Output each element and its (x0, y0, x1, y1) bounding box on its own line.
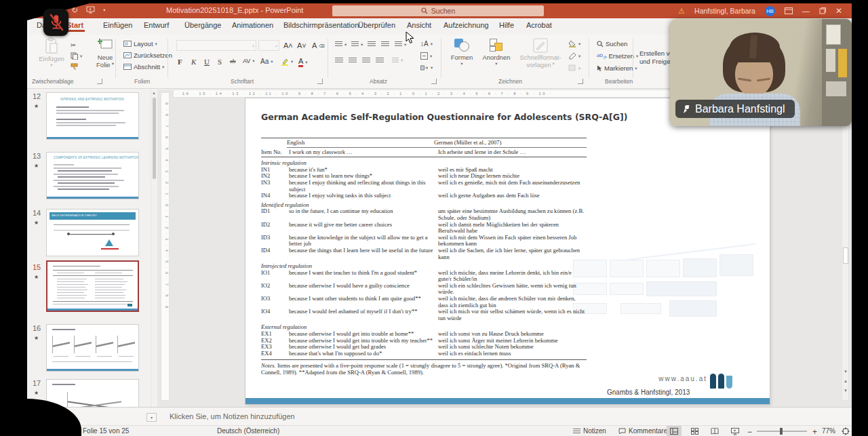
notes-placeholder[interactable]: Klicken Sie, um Notizen hinzuzufügen (170, 412, 295, 420)
thumbnail-slide-15-selected[interactable] (46, 260, 139, 312)
drawing-dialog-launcher[interactable] (578, 79, 583, 84)
normal-view-button[interactable] (667, 426, 682, 436)
increase-indent-icon[interactable] (381, 41, 389, 47)
tab-einfuegen[interactable]: Einfügen (103, 21, 132, 29)
clear-formatting-icon[interactable]: A⌫ (312, 41, 325, 49)
change-case-button[interactable]: Aa▾ (260, 58, 273, 65)
increase-font-icon[interactable]: A˄ (283, 41, 293, 49)
shapes-button[interactable]: Formen▾ (446, 37, 477, 77)
reading-view-button[interactable] (707, 426, 722, 436)
thumbnail-slide-12[interactable]: INTRINSIC AND EXTRINSIC MOTIVATION (46, 92, 139, 140)
align-right-icon[interactable] (362, 58, 370, 63)
font-name-combo[interactable]: ▾ (176, 40, 256, 51)
justify-icon[interactable] (376, 58, 384, 63)
italic-button[interactable]: K (191, 58, 196, 66)
start-presentation-icon[interactable] (86, 6, 95, 15)
text-direction-icon[interactable]: ↕A▾ (420, 40, 433, 47)
layout-button[interactable]: Layout▾ (123, 40, 157, 47)
section-button[interactable]: Abschnitt▾ (123, 63, 164, 71)
new-slide-button[interactable]: Neue Folie▾ (90, 37, 121, 77)
tab-ansicht[interactable]: Ansicht (407, 21, 431, 29)
restore-button[interactable] (819, 5, 826, 17)
columns-icon[interactable]: ▾ (392, 58, 403, 63)
slideshow-view-button[interactable] (728, 426, 743, 436)
tab-start[interactable]: Start (66, 21, 83, 29)
copy-icon[interactable]: ▾ (71, 52, 82, 60)
decrease-font-icon[interactable]: A˅ (297, 41, 307, 49)
align-left-icon[interactable] (335, 58, 343, 63)
reset-button[interactable]: Zurücksetzen (123, 52, 172, 59)
find-button[interactable]: Suchen (597, 40, 627, 47)
ribbon-display-options-icon[interactable] (785, 5, 793, 17)
font-dialog-launcher[interactable] (317, 79, 323, 84)
tab-hilfe[interactable]: Hilfe (499, 21, 514, 29)
strikethrough-button[interactable]: ab (230, 58, 236, 64)
format-painter-icon[interactable] (71, 63, 78, 71)
character-spacing-button[interactable]: AV▾ (243, 58, 255, 64)
slide-indicator[interactable]: Folie 15 von 25 (83, 427, 129, 435)
close-button[interactable]: ✕ (835, 6, 842, 16)
fit-to-window-button[interactable] (838, 426, 853, 436)
paste-button[interactable]: Einfügen▾ (37, 37, 66, 77)
qat-customize-icon[interactable]: ▾ (103, 7, 105, 13)
thumbnail-scrollbar[interactable]: ▲ (151, 90, 157, 407)
thumbnail-slide-13[interactable]: COMPONENTS OF EXTRINSIC LEARNING MOTIVAT… (46, 152, 139, 199)
paragraph-dialog-launcher[interactable] (431, 79, 437, 84)
zoom-slider-thumb[interactable] (780, 428, 783, 435)
select-button[interactable]: Markieren▾ (597, 64, 637, 72)
align-center-icon[interactable] (349, 58, 357, 63)
collapse-thumbnails-icon[interactable]: ▾ (146, 413, 157, 422)
slide-canvas[interactable]: German Academic Self-Regulation Question… (245, 98, 770, 404)
tab-ueberpruefen[interactable]: Überprüfen (358, 21, 395, 29)
line-spacing-icon[interactable]: ▾ (395, 41, 406, 47)
tab-acrobat[interactable]: Acrobat (526, 21, 552, 29)
minimize-button[interactable]: — (802, 7, 810, 15)
previous-slide-button[interactable]: ▲ (844, 379, 848, 383)
account-name[interactable]: Hanfstingl, Barbara (694, 7, 755, 15)
tab-aufzeichnung[interactable]: Aufzeichnung (443, 21, 489, 29)
shadow-button[interactable]: S (218, 58, 222, 66)
bullets-icon[interactable]: ▾ (335, 41, 347, 47)
tab-uebergaenge[interactable]: Übergänge (184, 21, 221, 29)
tab-bildschirmpraesentation[interactable]: Bildschirmpräsentation (283, 21, 359, 29)
quick-styles-button[interactable]: Schnellformat- vorlagen▾ (517, 37, 564, 77)
slide-sorter-view-button[interactable] (687, 426, 702, 436)
zoom-level[interactable]: 77% (822, 427, 835, 435)
table-row: ID2because it will give me better career… (261, 222, 587, 235)
numbering-icon[interactable]: ▾ (351, 41, 363, 47)
scrollbar-thumb[interactable] (843, 247, 848, 264)
thumbnail-slide-17[interactable] (46, 379, 139, 407)
decrease-indent-icon[interactable] (368, 41, 376, 47)
align-text-icon[interactable]: ▾ (420, 52, 432, 60)
shape-outline-icon[interactable]: ▾ (568, 52, 580, 60)
clipboard-dialog-launcher[interactable] (97, 79, 102, 84)
cut-icon[interactable]: ✂ (71, 41, 76, 49)
comments-toggle[interactable]: Kommentare (618, 427, 667, 435)
notes-toggle[interactable]: Notizen (573, 427, 606, 435)
highlight-color-button[interactable]: ▾ (281, 58, 293, 66)
language-indicator[interactable]: Deutsch (Österreich) (217, 427, 279, 435)
bold-button[interactable]: F (178, 58, 182, 66)
font-color-button[interactable]: A▾ (298, 57, 308, 67)
next-slide-button[interactable]: ▼ (844, 389, 848, 393)
notes-pane[interactable]: ▾ Klicken Sie, um Notizen hinzuzufügen (27, 407, 852, 425)
underline-button[interactable]: U (204, 58, 210, 66)
slide-scrollbar[interactable]: ▼ ▲ ▼ (842, 92, 849, 401)
webcam-overlay[interactable]: Barbara Hanfstingl (670, 19, 852, 126)
zoom-out-button[interactable]: − (747, 427, 752, 436)
scroll-down-icon[interactable]: ▼ (844, 370, 848, 374)
zoom-in-button[interactable]: + (812, 427, 817, 436)
search-box[interactable]: Suchen (332, 5, 544, 16)
font-size-combo[interactable]: ▾ (258, 40, 279, 51)
shape-effects-icon[interactable]: ▾ (568, 64, 580, 72)
arrange-button[interactable]: Anordnen▾ (479, 37, 514, 77)
slide-thumbnail-panel[interactable]: 12 ★ INTRINSIC AND EXTRINSIC MOTIVATION … (27, 90, 157, 407)
thumbnail-slide-14[interactable]: SELF-DETERMINATION THEORY (46, 209, 139, 256)
tab-entwurf[interactable]: Entwurf (144, 21, 169, 29)
convert-smartart-icon[interactable]: ▾ (420, 64, 433, 71)
thumbnail-slide-16[interactable] (46, 324, 139, 372)
participant-name-tag: Barbara Hanfstingl (675, 100, 795, 118)
shape-fill-icon[interactable]: ▾ (568, 40, 580, 47)
tab-animationen[interactable]: Animationen (232, 21, 273, 29)
avatar[interactable]: HB (765, 6, 775, 16)
